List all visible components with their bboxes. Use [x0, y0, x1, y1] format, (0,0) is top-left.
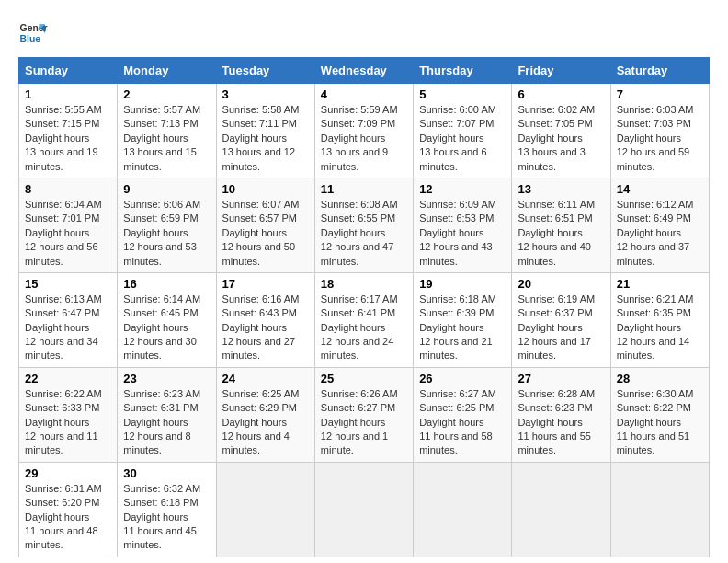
day-number: 22 [25, 372, 111, 385]
header-friday: Friday [512, 58, 610, 84]
logo-icon: General Blue [18, 18, 48, 48]
day-info: Sunrise: 6:17 AM Sunset: 6:41 PM Dayligh… [321, 293, 407, 363]
calendar-cell: 26 Sunrise: 6:27 AM Sunset: 6:25 PM Dayl… [414, 367, 512, 462]
day-number: 17 [222, 277, 309, 291]
week-row-4: 22 Sunrise: 6:22 AM Sunset: 6:33 PM Dayl… [19, 367, 710, 462]
day-info: Sunrise: 6:09 AM Sunset: 6:53 PM Dayligh… [419, 198, 506, 269]
header-wednesday: Wednesday [314, 58, 413, 84]
header-sunday: Sunday [19, 58, 118, 84]
day-number: 4 [321, 87, 407, 101]
day-number: 25 [321, 372, 407, 385]
day-info: Sunrise: 6:02 AM Sunset: 7:05 PM Dayligh… [518, 103, 604, 174]
header-saturday: Saturday [610, 58, 709, 84]
day-number: 2 [123, 87, 210, 101]
header-row: SundayMondayTuesdayWednesdayThursdayFrid… [19, 58, 710, 84]
day-number: 10 [222, 182, 309, 196]
day-number: 14 [617, 182, 703, 196]
calendar-cell: 1 Sunrise: 5:55 AM Sunset: 7:15 PM Dayli… [19, 84, 118, 178]
week-row-2: 8 Sunrise: 6:04 AM Sunset: 7:01 PM Dayli… [19, 178, 710, 272]
day-number: 19 [419, 277, 506, 291]
calendar-cell: 2 Sunrise: 5:57 AM Sunset: 7:13 PM Dayli… [118, 84, 216, 178]
day-number: 5 [419, 87, 506, 101]
day-info: Sunrise: 6:03 AM Sunset: 7:03 PM Dayligh… [617, 103, 703, 174]
day-number: 8 [25, 182, 111, 196]
calendar-cell: 13 Sunrise: 6:11 AM Sunset: 6:51 PM Dayl… [512, 178, 610, 272]
day-number: 9 [123, 182, 210, 196]
day-info: Sunrise: 6:19 AM Sunset: 6:37 PM Dayligh… [518, 293, 604, 363]
calendar-cell: 28 Sunrise: 6:30 AM Sunset: 6:22 PM Dayl… [610, 367, 709, 462]
day-number: 20 [518, 277, 604, 291]
calendar-cell: 11 Sunrise: 6:08 AM Sunset: 6:55 PM Dayl… [314, 178, 413, 272]
day-info: Sunrise: 6:13 AM Sunset: 6:47 PM Dayligh… [25, 293, 111, 363]
day-number: 12 [419, 182, 506, 196]
calendar-cell [414, 462, 512, 557]
calendar-cell: 8 Sunrise: 6:04 AM Sunset: 7:01 PM Dayli… [19, 178, 118, 272]
day-number: 28 [617, 372, 703, 385]
calendar-cell: 17 Sunrise: 6:16 AM Sunset: 6:43 PM Dayl… [216, 272, 314, 367]
day-number: 26 [419, 372, 506, 385]
calendar-cell [512, 462, 610, 557]
day-number: 11 [321, 182, 407, 196]
day-info: Sunrise: 6:06 AM Sunset: 6:59 PM Dayligh… [123, 198, 210, 269]
header-monday: Monday [118, 58, 216, 84]
day-number: 16 [123, 277, 210, 291]
day-info: Sunrise: 6:23 AM Sunset: 6:31 PM Dayligh… [123, 387, 210, 458]
calendar-cell: 27 Sunrise: 6:28 AM Sunset: 6:23 PM Dayl… [512, 367, 610, 462]
day-info: Sunrise: 5:57 AM Sunset: 7:13 PM Dayligh… [123, 103, 210, 174]
calendar-cell: 21 Sunrise: 6:21 AM Sunset: 6:35 PM Dayl… [610, 272, 709, 367]
day-number: 6 [518, 87, 604, 101]
day-number: 24 [222, 372, 309, 385]
day-info: Sunrise: 6:14 AM Sunset: 6:45 PM Dayligh… [123, 293, 210, 363]
calendar-cell [216, 462, 314, 557]
calendar-cell [610, 462, 709, 557]
calendar-cell: 7 Sunrise: 6:03 AM Sunset: 7:03 PM Dayli… [610, 84, 709, 178]
day-info: Sunrise: 6:18 AM Sunset: 6:39 PM Dayligh… [419, 293, 506, 363]
calendar-cell: 5 Sunrise: 6:00 AM Sunset: 7:07 PM Dayli… [414, 84, 512, 178]
calendar-cell [314, 462, 413, 557]
day-info: Sunrise: 6:22 AM Sunset: 6:33 PM Dayligh… [25, 387, 111, 458]
day-info: Sunrise: 6:32 AM Sunset: 6:18 PM Dayligh… [123, 482, 210, 553]
day-number: 29 [25, 466, 111, 480]
calendar-cell: 22 Sunrise: 6:22 AM Sunset: 6:33 PM Dayl… [19, 367, 118, 462]
calendar-cell: 23 Sunrise: 6:23 AM Sunset: 6:31 PM Dayl… [118, 367, 216, 462]
calendar-cell: 16 Sunrise: 6:14 AM Sunset: 6:45 PM Dayl… [118, 272, 216, 367]
day-info: Sunrise: 6:28 AM Sunset: 6:23 PM Dayligh… [518, 387, 604, 458]
day-number: 3 [222, 87, 309, 101]
calendar-cell: 24 Sunrise: 6:25 AM Sunset: 6:29 PM Dayl… [216, 367, 314, 462]
day-number: 15 [25, 277, 111, 291]
day-info: Sunrise: 5:59 AM Sunset: 7:09 PM Dayligh… [321, 103, 407, 174]
day-info: Sunrise: 6:25 AM Sunset: 6:29 PM Dayligh… [222, 387, 309, 458]
calendar-cell: 15 Sunrise: 6:13 AM Sunset: 6:47 PM Dayl… [19, 272, 118, 367]
calendar-cell: 25 Sunrise: 6:26 AM Sunset: 6:27 PM Dayl… [314, 367, 413, 462]
week-row-1: 1 Sunrise: 5:55 AM Sunset: 7:15 PM Dayli… [19, 84, 710, 178]
day-number: 13 [518, 182, 604, 196]
calendar-cell: 18 Sunrise: 6:17 AM Sunset: 6:41 PM Dayl… [314, 272, 413, 367]
day-info: Sunrise: 6:26 AM Sunset: 6:27 PM Dayligh… [321, 387, 407, 458]
calendar-cell: 6 Sunrise: 6:02 AM Sunset: 7:05 PM Dayli… [512, 84, 610, 178]
calendar-cell: 12 Sunrise: 6:09 AM Sunset: 6:53 PM Dayl… [414, 178, 512, 272]
day-info: Sunrise: 6:07 AM Sunset: 6:57 PM Dayligh… [222, 198, 309, 269]
calendar-table: SundayMondayTuesdayWednesdayThursdayFrid… [18, 57, 710, 557]
page-header: General Blue [18, 18, 710, 48]
day-info: Sunrise: 6:21 AM Sunset: 6:35 PM Dayligh… [617, 293, 703, 363]
calendar-cell: 10 Sunrise: 6:07 AM Sunset: 6:57 PM Dayl… [216, 178, 314, 272]
day-info: Sunrise: 6:00 AM Sunset: 7:07 PM Dayligh… [419, 103, 506, 174]
day-info: Sunrise: 6:11 AM Sunset: 6:51 PM Dayligh… [518, 198, 604, 269]
day-info: Sunrise: 6:27 AM Sunset: 6:25 PM Dayligh… [419, 387, 506, 458]
day-number: 1 [25, 87, 111, 101]
day-info: Sunrise: 5:58 AM Sunset: 7:11 PM Dayligh… [222, 103, 309, 174]
calendar-cell: 20 Sunrise: 6:19 AM Sunset: 6:37 PM Dayl… [512, 272, 610, 367]
week-row-3: 15 Sunrise: 6:13 AM Sunset: 6:47 PM Dayl… [19, 272, 710, 367]
calendar-cell: 30 Sunrise: 6:32 AM Sunset: 6:18 PM Dayl… [118, 462, 216, 557]
week-row-5: 29 Sunrise: 6:31 AM Sunset: 6:20 PM Dayl… [19, 462, 710, 557]
day-number: 21 [617, 277, 703, 291]
calendar-cell: 14 Sunrise: 6:12 AM Sunset: 6:49 PM Dayl… [610, 178, 709, 272]
calendar-cell: 4 Sunrise: 5:59 AM Sunset: 7:09 PM Dayli… [314, 84, 413, 178]
day-info: Sunrise: 6:08 AM Sunset: 6:55 PM Dayligh… [321, 198, 407, 269]
day-info: Sunrise: 6:16 AM Sunset: 6:43 PM Dayligh… [222, 293, 309, 363]
header-tuesday: Tuesday [216, 58, 314, 84]
svg-text:Blue: Blue [20, 34, 41, 44]
day-number: 27 [518, 372, 604, 385]
calendar-cell: 9 Sunrise: 6:06 AM Sunset: 6:59 PM Dayli… [118, 178, 216, 272]
day-number: 23 [123, 372, 210, 385]
